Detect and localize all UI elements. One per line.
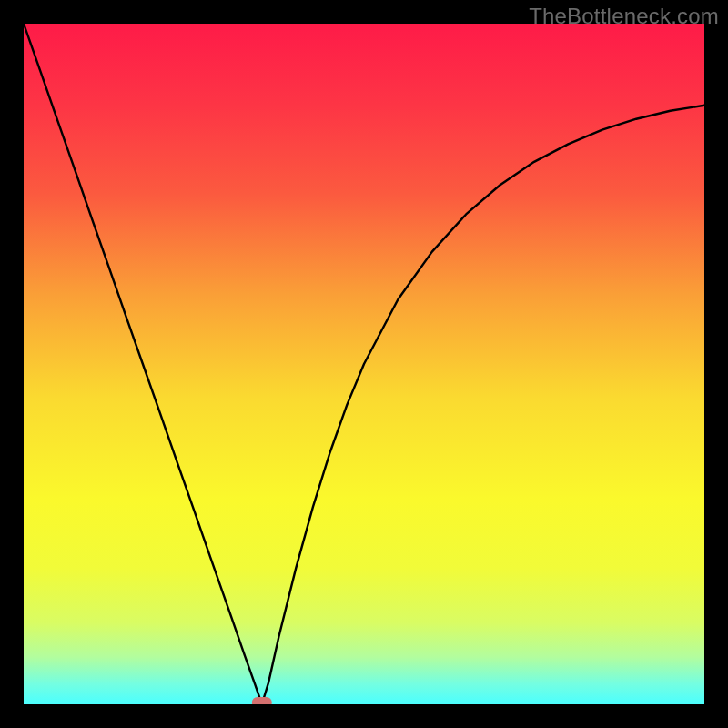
chart-frame: TheBottleneck.com xyxy=(0,0,728,728)
bottleneck-chart xyxy=(24,24,704,704)
watermark-text: TheBottleneck.com xyxy=(529,4,719,29)
optimum-marker xyxy=(252,697,272,704)
